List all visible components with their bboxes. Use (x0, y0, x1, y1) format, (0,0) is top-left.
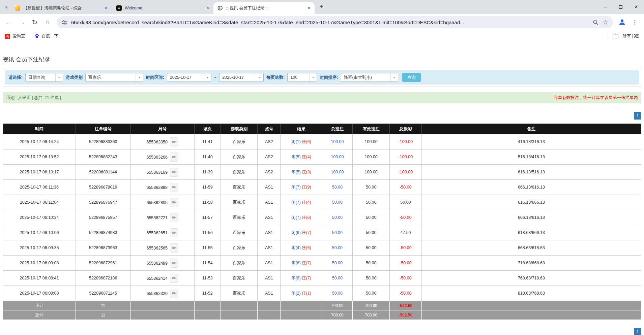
session: 11-39 (194, 165, 221, 180)
tab-betrecord-active[interactable]: :::视讯 会员下注纪录::: ✕ (213, 2, 315, 14)
video-replay-icon[interactable] (170, 137, 178, 146)
welcome-favicon-icon: ◆ (116, 5, 122, 11)
col-time: 时间 (3, 124, 76, 134)
total-bet-link[interactable]: 50.00 (322, 180, 353, 195)
site-settings-icon[interactable] (61, 20, 67, 25)
bet-time: 2025-10-17 06:13:52 (3, 149, 76, 165)
chevron-down-icon[interactable]: ▼ (256, 73, 263, 81)
tab-close-icon[interactable]: ✕ (103, 5, 109, 11)
video-replay-icon[interactable] (170, 228, 178, 237)
note: 618.63/666.13 (421, 225, 641, 240)
table-row: 2025-10-17 06:14:24522896883360655363350… (3, 134, 641, 149)
search-button[interactable]: 查询 (402, 73, 421, 82)
subtotal-row: 小计 11 700.00 700.00 -502.50 (3, 301, 641, 310)
minimize-button[interactable]: ─ (597, 0, 613, 14)
query-type-select[interactable]: 日期查询 ▼ (25, 73, 63, 82)
video-replay-icon[interactable] (170, 183, 178, 192)
total-bet-link[interactable]: 100.00 (322, 134, 353, 149)
payout: -50.00 (390, 271, 422, 286)
video-replay-icon[interactable] (170, 259, 178, 268)
video-replay-icon[interactable] (170, 289, 178, 298)
date-start-select[interactable]: 2025-10-17 ▼ (167, 73, 211, 82)
bookmark-baidu[interactable]: 百度一下 (34, 33, 59, 39)
session: 11-59 (194, 180, 221, 195)
chevron-down-icon[interactable]: ▼ (309, 73, 317, 81)
result-player: 闲(6) (291, 261, 301, 265)
total-bet-link[interactable]: 100.00 (322, 149, 353, 165)
back-icon[interactable]: ← (3, 16, 15, 28)
total-bet-link[interactable]: 50.00 (322, 271, 353, 286)
game-type: 百家乐 (221, 225, 258, 240)
page-number-button[interactable]: 1 (634, 112, 641, 120)
game-type: 百家乐 (221, 210, 258, 225)
video-replay-icon[interactable] (170, 243, 178, 253)
tab-close-icon[interactable]: ✕ (306, 5, 312, 11)
page-content: 视讯 会员下注纪录 请选择: 日期查询 ▼ 游戏类别 百家乐 ▼ 时间区间: 2… (0, 56, 644, 335)
per-page-select[interactable]: 100 ▼ (287, 73, 317, 82)
result: 闲(1) 庄(6) (281, 134, 322, 149)
browser-menu-icon[interactable]: ⋮ (629, 16, 641, 28)
home-icon[interactable]: ⌂ (42, 16, 53, 28)
total-bet-link[interactable]: 50.00 (322, 225, 353, 240)
chevron-down-icon[interactable]: ▼ (136, 73, 143, 81)
note: 666.13/616.13 (421, 180, 641, 195)
address-bar[interactable]: 66cxkj98.com/game/betrecord_search/kind3… (57, 16, 613, 28)
table-row: 2025-10-17 06:13:17522896881144655363169… (3, 165, 641, 180)
round-id: 655363169 (130, 165, 194, 180)
round-number: 655362651 (146, 230, 168, 235)
bet-id: 522896872186 (76, 271, 130, 286)
table-number: AS1 (258, 225, 281, 240)
tab-close-icon[interactable]: ✕ (205, 5, 211, 11)
session: 11-53 (194, 271, 221, 286)
maximize-icon (619, 5, 622, 9)
video-replay-icon[interactable] (170, 274, 178, 283)
video-replay-icon[interactable] (170, 198, 178, 207)
result-player: 闲(7) (291, 200, 301, 205)
new-tab-button[interactable]: + (317, 2, 326, 12)
bookmarks-right: | 所有书签 (607, 33, 639, 39)
total-bet-link[interactable]: 50.00 (322, 286, 353, 301)
video-replay-icon[interactable] (170, 153, 178, 162)
total-bet-link[interactable]: 50.00 (322, 210, 353, 225)
total-bet-link[interactable]: 50.00 (322, 240, 353, 256)
url-text[interactable]: 66cxkj98.com/game/betrecord_search/kind3… (71, 20, 589, 25)
bet-time: 2025-10-17 06:11:36 (3, 180, 76, 195)
sort-select[interactable]: 降幂(由大到小) ▼ (341, 73, 398, 82)
note: 768.63/718.63 (421, 271, 641, 286)
page-number-button[interactable]: 1 (634, 328, 641, 335)
game-type-select[interactable]: 百家乐 ▼ (85, 73, 143, 82)
forward-icon[interactable]: → (16, 16, 28, 28)
video-replay-icon[interactable] (170, 213, 178, 222)
valid-bet: 50.00 (353, 256, 390, 271)
bet-id: 522896871145 (76, 286, 130, 301)
total-bet-link[interactable]: 50.00 (322, 256, 353, 271)
date-end-select[interactable]: 2025-10-17 ▼ (219, 73, 264, 82)
profile-avatar[interactable] (616, 16, 628, 28)
chevron-down-icon[interactable]: ▼ (390, 73, 398, 81)
chevron-down-icon[interactable]: ▼ (204, 73, 211, 81)
video-replay-icon[interactable] (170, 168, 178, 177)
maximize-button[interactable] (613, 0, 628, 14)
subtotal-payout: -502.50 (390, 301, 422, 310)
page-title: 视讯 会员下注纪录 (3, 56, 641, 63)
payout: 47.50 (390, 225, 422, 240)
table-number: AS2 (258, 134, 281, 149)
total-bet-link[interactable]: 50.00 (322, 195, 353, 210)
round-id: 655362565 (130, 240, 194, 256)
total-bet-link[interactable]: 100.00 (322, 165, 353, 180)
tab-welcome[interactable]: ◆ Welcome ✕ (112, 2, 213, 14)
tab-forum[interactable]: 【新提醒】海燕策略论坛 - 综合 ✕ (11, 2, 112, 14)
bookmark-taobao[interactable]: 淘 爱淘宝 (5, 33, 25, 39)
round-number: 655362721 (146, 215, 168, 220)
close-button[interactable]: ✕ (628, 0, 644, 14)
zoom-icon[interactable] (593, 20, 598, 25)
tab-search-chevron-icon[interactable]: ∨ (2, 3, 11, 11)
window-controls: ─ ✕ (597, 0, 644, 14)
table-number: AS1 (258, 256, 281, 271)
reload-icon[interactable]: ↻ (29, 16, 40, 28)
chevron-down-icon[interactable]: ▼ (55, 73, 63, 81)
all-bookmarks-label[interactable]: 所有书签 (622, 33, 639, 39)
tab-title: Welcome (125, 6, 202, 10)
valid-bet: 50.00 (353, 210, 390, 225)
bookmark-star-icon[interactable]: ☆ (603, 19, 608, 26)
